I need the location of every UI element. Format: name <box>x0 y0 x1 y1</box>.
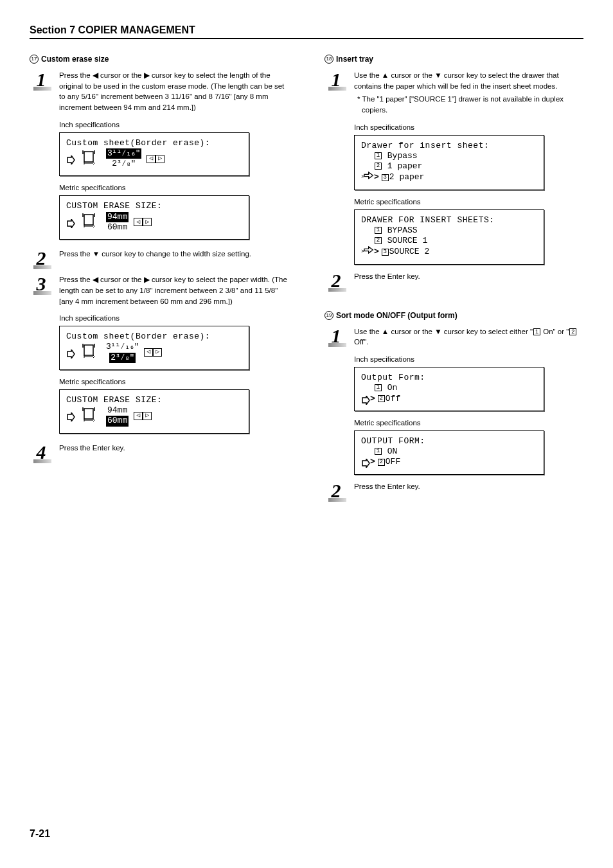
inch-spec-label: Inch specifications <box>354 123 583 131</box>
erase-width-value: 2³⁄₈" <box>112 159 136 169</box>
insert-note: * The "1 paper" ["SOURCE 1"] drawer is n… <box>354 94 583 115</box>
erase-length-value: 94mm <box>106 212 129 222</box>
erase-width-value: 2³⁄₈" <box>109 353 136 363</box>
left-arrow-icon: ◁ <box>147 155 155 163</box>
heading-19: 19 Sort mode ON/OFF (Output form) <box>324 311 583 320</box>
lcd-title: CUSTOM ERASE SIZE: <box>66 201 242 211</box>
lcd-title: DRAWER FOR INSERT SHEETS: <box>361 215 537 226</box>
step-3-text: Press the ◀ cursor or the ▶ cursor key t… <box>59 274 289 306</box>
step-number: 3 <box>30 274 53 295</box>
step-1-text: Press the ◀ cursor or the ▶ cursor key t… <box>59 70 289 113</box>
heading-19-num: 19 <box>324 311 333 320</box>
right-arrow-icon: ▷ <box>143 412 152 420</box>
page-number: 7-21 <box>30 828 583 840</box>
heading-17-text: Custom erase size <box>41 55 109 64</box>
left-right-buttons: ◁▷ <box>147 155 164 163</box>
insert-step-1-text: Use the ▲ cursor or the ▼ cursor key to … <box>354 71 559 90</box>
right-arrow-icon: ▷ <box>143 218 152 226</box>
arrow-icon <box>66 412 73 419</box>
right-arrow-icon: ▷ <box>153 348 162 357</box>
step-number: 1 <box>30 70 53 91</box>
option-1-num: 1 <box>375 227 382 234</box>
erase-width-value: 60mm <box>107 222 127 233</box>
lcd-title: Output Form: <box>361 373 537 383</box>
lcd-insert-tray-inch: Drawer for insert sheet: 1 Bypass 2 1 pa… <box>354 135 544 190</box>
step-2-text: Press the ▼ cursor key to change to the … <box>59 249 289 260</box>
option-1-text: Bypass <box>387 151 418 161</box>
step-4-text: Press the Enter key. <box>59 443 289 454</box>
metric-spec-label: Metric specifications <box>59 378 289 385</box>
heading-18: 18 Insert tray <box>324 55 583 64</box>
lcd-title: Drawer for insert sheet: <box>361 141 537 151</box>
option-1-num: 1 <box>375 152 382 159</box>
option-1-num: 1 <box>375 448 382 455</box>
metric-spec-label: Metric specifications <box>59 184 289 191</box>
arrow-icon <box>66 219 73 226</box>
left-arrow-icon: ◁ <box>134 412 143 420</box>
section-title: Section 7 COPIER MANAGEMENT <box>30 24 583 39</box>
step-number: 4 <box>30 443 53 463</box>
metric-spec-label: Metric specifications <box>354 419 583 427</box>
metric-spec-label: Metric specifications <box>354 198 583 206</box>
step-number: 2 <box>324 271 348 292</box>
right-arrow-icon: ▷ <box>155 155 164 163</box>
document-icon <box>79 150 102 168</box>
option-2-num: 2 <box>378 395 385 402</box>
lcd-custom-erase-inch-1: Custom sheet(Border erase): 3¹¹⁄₁₆" 2³⁄₈… <box>59 132 249 177</box>
document-icon <box>79 344 102 361</box>
blink-arrow-icon <box>361 172 374 182</box>
lcd-title: OUTPUT FORM: <box>361 436 537 447</box>
chevron-right-icon: > <box>374 172 379 182</box>
document-icon <box>79 213 102 231</box>
erase-width-value: 60mm <box>106 416 129 426</box>
option-3-text: 2 paper <box>389 172 425 182</box>
option-2-num: 2 <box>375 163 382 170</box>
left-right-buttons: ◁▷ <box>134 218 152 226</box>
arrow-icon <box>361 459 368 465</box>
document-icon <box>79 407 102 425</box>
lcd-insert-tray-metric: DRAWER FOR INSERT SHEETS: 1 BYPASS 2 SOU… <box>354 209 544 265</box>
lcd-custom-erase-inch-2: Custom sheet(Border erase): 3¹¹⁄₁₆" 2³⁄₈… <box>59 326 249 370</box>
sort-step-1-text: Use the ▲ cursor or the ▼ cursor key to … <box>354 326 583 348</box>
option-1-text: On <box>387 383 398 393</box>
option-2-text: 1 paper <box>387 161 423 171</box>
arrow-icon <box>66 350 73 356</box>
left-arrow-icon: ◁ <box>134 218 143 226</box>
erase-length-value: 3¹¹⁄₁₆" <box>106 342 139 352</box>
lcd-custom-erase-metric-2: CUSTOM ERASE SIZE: 94mm 60mm ◁▷ <box>59 389 249 434</box>
option-1-num: 1 <box>375 384 382 391</box>
option-2-num: 2 <box>375 237 382 244</box>
inch-spec-label: Inch specifications <box>59 314 289 322</box>
inch-spec-label: Inch specifications <box>354 355 583 363</box>
lcd-custom-erase-metric-1: CUSTOM ERASE SIZE: 94mm 60mm ◁▷ <box>59 195 249 240</box>
step-number: 2 <box>324 481 348 502</box>
inch-spec-label: Inch specifications <box>59 121 289 128</box>
heading-18-text: Insert tray <box>336 55 373 64</box>
step-number: 2 <box>30 249 53 269</box>
option-2-inline: 2 <box>569 328 576 335</box>
heading-18-num: 18 <box>324 55 333 64</box>
option-1-text: ON <box>387 447 398 456</box>
insert-step-2-text: Press the Enter key. <box>354 271 583 282</box>
chevron-right-icon: > <box>370 394 375 404</box>
option-2-num: 2 <box>378 459 385 466</box>
step-number: 1 <box>324 326 348 347</box>
option-3-num: 3 <box>382 174 389 181</box>
right-column: 18 Insert tray 1 Use the ▲ cursor or the… <box>324 55 583 507</box>
option-3-num: 3 <box>382 249 389 256</box>
left-column: 17 Custom erase size 1 Press the ◀ curso… <box>30 55 289 507</box>
left-right-buttons: ◁▷ <box>144 348 162 357</box>
lcd-output-form-metric: OUTPUT FORM: 1 ON >2 OFF <box>354 430 544 475</box>
heading-17: 17 Custom erase size <box>30 55 289 64</box>
option-2-text: OFF <box>386 457 400 467</box>
heading-17-num: 17 <box>30 55 39 64</box>
step-number: 1 <box>324 70 348 91</box>
chevron-right-icon: > <box>374 247 379 257</box>
erase-length-value: 3¹¹⁄₁₆" <box>106 148 141 159</box>
lcd-title: Custom sheet(Border erase): <box>66 138 242 148</box>
heading-19-text: Sort mode ON/OFF (Output form) <box>336 311 458 320</box>
blink-arrow-icon <box>361 246 374 257</box>
lcd-output-form-inch: Output Form: 1 On >2 Off <box>354 367 544 411</box>
option-1-inline: 1 <box>533 328 540 335</box>
arrow-icon <box>361 396 368 402</box>
